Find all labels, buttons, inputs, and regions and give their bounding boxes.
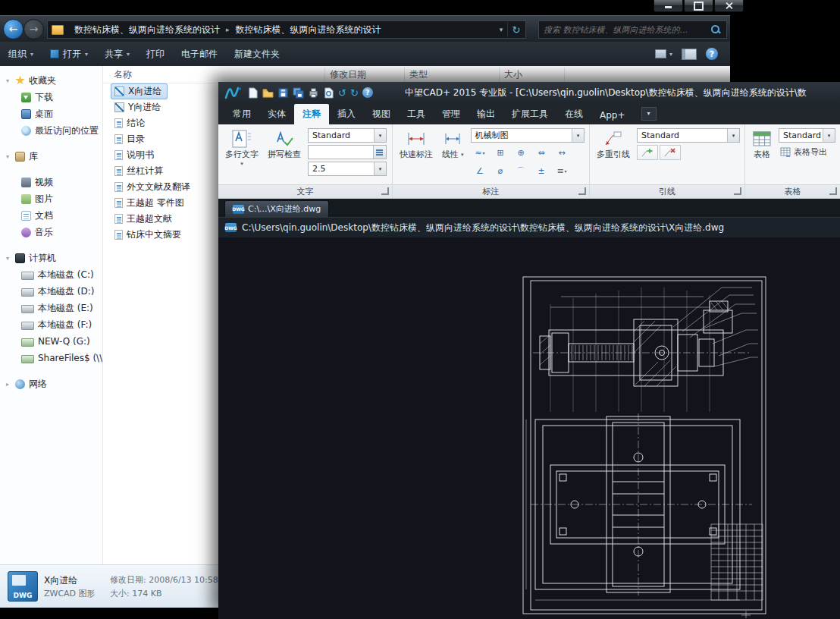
jogged-dim-tool[interactable]: ≈▾	[471, 145, 490, 161]
sidebar-item-documents[interactable]: 文档	[0, 207, 102, 224]
baseline-dim-tool[interactable]: ⇔	[532, 145, 551, 161]
new-folder-button[interactable]: 新建文件夹	[226, 48, 288, 61]
sidebar-group-libraries[interactable]: ▾ 库	[0, 148, 102, 165]
save-all-icon[interactable]	[293, 87, 304, 99]
sidebar-group-computer[interactable]: ▾ 计算机	[0, 250, 102, 266]
expander-open-icon[interactable]: ▾	[6, 77, 15, 84]
tab-app-plus[interactable]: App+	[591, 106, 634, 124]
column-header-date[interactable]: 修改日期	[330, 68, 366, 81]
drawing-canvas[interactable]	[218, 237, 840, 619]
preview-pane-button[interactable]	[682, 49, 697, 60]
column-header-size[interactable]: 大小	[504, 68, 522, 81]
change-view-button[interactable]: ▾	[655, 49, 672, 58]
arc-dim-tool[interactable]: ⌒	[512, 163, 531, 179]
save-icon[interactable]	[277, 87, 289, 99]
center-mark-tool[interactable]: ⊕	[512, 145, 531, 161]
tab-online[interactable]: 在线	[556, 104, 591, 124]
mtext-button[interactable]: 多行文字 ▾	[223, 128, 261, 168]
sidebar-item-recent[interactable]: 最近访问的位置	[0, 122, 102, 139]
tab-express[interactable]: 扩展工具	[503, 104, 556, 124]
print-button[interactable]: 打印	[138, 48, 173, 61]
linear-dim-button[interactable]: 线性▾	[440, 128, 466, 162]
share-button[interactable]: 共享▾	[96, 48, 138, 61]
breadcrumb-item[interactable]: 数控钻床横、纵两向进给系统的设计	[68, 24, 226, 36]
new-file-icon[interactable]	[247, 87, 259, 99]
redo-icon[interactable]: ↻	[350, 87, 359, 99]
help-button[interactable]: ?	[706, 48, 718, 60]
dialog-launcher-icon[interactable]	[734, 187, 741, 195]
column-header-name[interactable]: 名称	[114, 68, 132, 81]
diameter-dim-tool[interactable]: ⌀	[491, 163, 510, 179]
organize-button[interactable]: 组织▾	[0, 48, 42, 61]
ribbon-options-icon[interactable]: ▾	[641, 107, 657, 121]
remove-leader-button[interactable]	[660, 145, 681, 160]
open-button[interactable]: 打开▾	[42, 48, 96, 61]
document-tab[interactable]: DWG C:\...\X向进给.dwg	[224, 200, 329, 217]
dim-style-combo[interactable]: 机械制图▾	[471, 128, 585, 143]
angular-dim-tool[interactable]: ∠	[471, 163, 490, 179]
sidebar-item-pictures[interactable]: 图片	[0, 190, 102, 207]
sidebar-item-drive-e[interactable]: 本地磁盘 (E:)	[0, 300, 102, 316]
tolerance-tool[interactable]: ±	[532, 163, 551, 179]
email-button[interactable]: 电子邮件	[173, 48, 226, 61]
open-file-icon[interactable]	[262, 87, 274, 99]
dialog-launcher-icon[interactable]	[578, 187, 586, 195]
undo-icon[interactable]: ↺	[338, 87, 346, 99]
column-header-type[interactable]: 类型	[409, 68, 428, 81]
table-button[interactable]: 表格	[750, 128, 774, 162]
maximize-button[interactable]	[684, 0, 713, 12]
tab-home[interactable]: 常用	[224, 104, 259, 124]
refresh-icon[interactable]: ↻	[507, 22, 525, 37]
tab-output[interactable]: 输出	[469, 104, 503, 124]
text-font-input[interactable]	[309, 146, 373, 159]
address-dropdown-icon[interactable]: ▾	[495, 26, 507, 33]
sidebar-item-videos[interactable]: 视频	[0, 174, 102, 190]
dialog-launcher-icon[interactable]	[381, 187, 389, 195]
breadcrumb[interactable]: 数控钻床横、纵两向进给系统的设计 ▸ 数控钻床横、纵两向进给系统的设计 ▾ ↻	[47, 20, 526, 39]
search-input[interactable]	[539, 25, 711, 35]
breadcrumb-item[interactable]: 数控钻床横、纵两向进给系统的设计	[230, 24, 387, 36]
ordinate-dim-tool[interactable]: ⊞	[491, 145, 510, 161]
sidebar-item-drive-f[interactable]: 本地磁盘 (F:)	[0, 316, 102, 333]
sidebar-group-network[interactable]: ▸ 网络	[0, 375, 102, 392]
expander-open-icon[interactable]: ▾	[6, 153, 15, 160]
sidebar-item-desktop[interactable]: 桌面	[0, 105, 102, 122]
sidebar-item-music[interactable]: 音乐	[0, 224, 102, 240]
minimize-button[interactable]	[654, 0, 683, 12]
text-height-combo[interactable]: 2.5▾	[308, 162, 387, 176]
mleader-button[interactable]: 多重引线	[594, 128, 632, 162]
sidebar-item-drive-c[interactable]: 本地磁盘 (C:)	[0, 266, 102, 283]
add-leader-button[interactable]	[637, 145, 658, 160]
sidebar-item-drive-g[interactable]: NEW-Q (G:)	[0, 333, 102, 350]
back-button[interactable]: ←	[3, 19, 24, 39]
sidebar-item-sharefiles[interactable]: ShareFiles$ (\\DC)	[0, 350, 102, 366]
sidebar-item-drive-d[interactable]: 本地磁盘 (D:)	[0, 283, 102, 300]
sidebar-group-favorites[interactable]: ▾ 收藏夹	[0, 72, 102, 89]
tab-manage[interactable]: 管理	[434, 104, 469, 124]
tab-annotate[interactable]: 注释	[294, 104, 329, 124]
sidebar-item-downloads[interactable]: 下载	[0, 89, 102, 105]
table-style-combo[interactable]: Standard▾	[779, 128, 835, 143]
tab-solid[interactable]: 实体	[259, 104, 294, 124]
mleader-style-combo[interactable]: Standard▾	[637, 128, 740, 143]
document-pathbar: DWG C:\Users\qin.guolin\Desktop\数控钻床横、纵两…	[218, 217, 840, 237]
print-icon[interactable]	[308, 87, 319, 99]
text-symbol-icon[interactable]	[373, 146, 386, 159]
text-style-combo[interactable]: Standard▾	[308, 128, 387, 143]
forward-button[interactable]: →	[24, 19, 44, 39]
continue-dim-tool[interactable]: ↔	[553, 145, 572, 161]
dim-settings-tool[interactable]: ≡▾	[553, 163, 572, 179]
tab-view[interactable]: 视图	[364, 104, 399, 124]
cad-help-button[interactable]: ?	[362, 87, 373, 98]
quick-dim-icon	[406, 130, 426, 148]
table-export-button[interactable]: 表格导出	[779, 145, 835, 159]
tab-tools[interactable]: 工具	[399, 104, 434, 124]
close-button[interactable]	[714, 0, 744, 12]
tab-insert[interactable]: 插入	[329, 104, 364, 124]
expander-closed-icon[interactable]: ▸	[6, 381, 15, 388]
spell-check-button[interactable]: 拼写检查	[265, 128, 303, 162]
dialog-launcher-icon[interactable]	[829, 187, 837, 195]
preview-icon[interactable]	[323, 87, 334, 99]
quick-dim-button[interactable]: 快速标注	[397, 128, 435, 162]
expander-open-icon[interactable]: ▾	[6, 255, 15, 262]
